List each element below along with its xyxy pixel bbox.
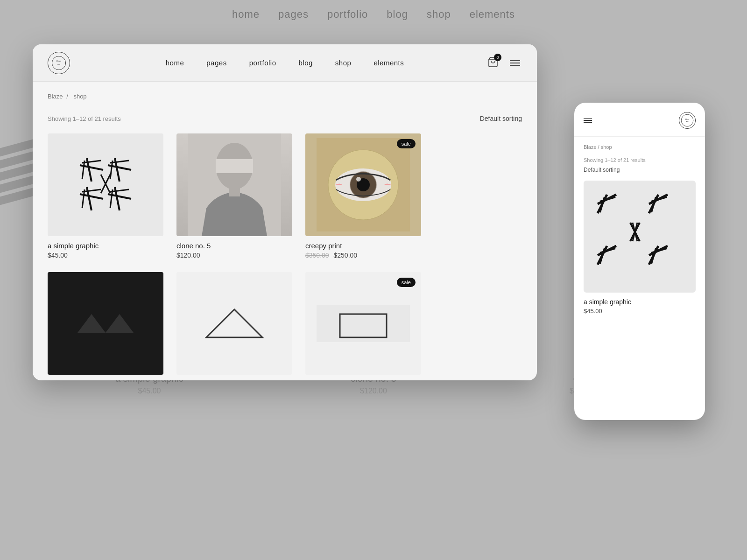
product-card-3[interactable]: sale <box>305 133 421 259</box>
svg-point-4 <box>59 63 60 64</box>
product-image-5 <box>176 272 292 375</box>
product-card-5[interactable] <box>176 272 292 375</box>
desktop-logo[interactable]: blaze <box>48 52 70 74</box>
sort-dropdown[interactable]: Default sorting <box>480 115 522 122</box>
mobile-window: blaze Blaze / shop Showing 1–12 of 21 re… <box>574 103 705 420</box>
mobile-breadcrumb-current: shop <box>601 144 612 150</box>
window-body: Blaze / shop Showing 1–12 of 21 results … <box>33 82 537 380</box>
product-title-2: clone no. 5 <box>176 242 292 250</box>
bg-nav-blog: blog <box>387 8 408 21</box>
product-sale-price-3: $250.00 <box>334 252 358 259</box>
person-image <box>176 133 292 236</box>
mobile-breadcrumb: Blaze / shop <box>584 144 696 150</box>
mobile-hamburger-button[interactable] <box>584 118 592 123</box>
product-title-1: a simple graphic <box>48 242 163 250</box>
desktop-window: blaze home pages portfolio blog shop ele… <box>33 44 537 380</box>
mobile-product-price: $45.00 <box>584 308 696 315</box>
product-price-1: $45.00 <box>48 252 163 259</box>
product-card-1[interactable]: a simple graphic $45.00 <box>48 133 163 259</box>
nav-portfolio[interactable]: portfolio <box>249 59 276 67</box>
breadcrumb-root[interactable]: Blaze <box>48 93 63 100</box>
svg-rect-40 <box>317 305 410 342</box>
product-image-6: sale <box>305 272 421 375</box>
results-count: Showing 1–12 of 21 results <box>48 115 121 122</box>
svg-point-3 <box>58 63 59 64</box>
product-price-3: $350.00 $250.00 <box>305 252 421 259</box>
product-image-2 <box>176 133 292 236</box>
nav-pages[interactable]: pages <box>206 59 226 67</box>
product-card-4[interactable] <box>48 272 163 375</box>
products-grid: a simple graphic $45.00 <box>48 133 421 375</box>
bg-nav: home pages portfolio blog shop elements <box>232 8 515 21</box>
product-image-1 <box>48 133 163 236</box>
svg-rect-27 <box>229 187 240 196</box>
window-header: blaze home pages portfolio blog shop ele… <box>33 44 537 82</box>
sale-badge-2: sale <box>397 278 416 287</box>
mobile-logo[interactable]: blaze <box>679 112 696 129</box>
svg-text:blaze: blaze <box>56 60 62 62</box>
header-right: 0 <box>487 56 522 70</box>
desktop-nav: home pages portfolio blog shop elements <box>166 59 404 67</box>
mobile-header: blaze <box>574 103 705 137</box>
svg-point-46 <box>688 121 688 122</box>
product-card-6[interactable]: sale <box>305 272 421 375</box>
svg-rect-35 <box>59 305 152 342</box>
cart-badge: 0 <box>494 54 501 61</box>
graphic-symbol-1 <box>75 154 136 216</box>
mobile-body: Blaze / shop Showing 1–12 of 21 results … <box>574 137 705 420</box>
breadcrumb: Blaze / shop <box>48 93 522 100</box>
svg-point-42 <box>681 114 693 126</box>
bg-nav-elements: elements <box>470 8 515 21</box>
svg-point-45 <box>687 121 687 122</box>
svg-point-0 <box>52 56 65 70</box>
product-image-3: sale <box>305 133 421 236</box>
breadcrumb-current: shop <box>73 93 86 100</box>
svg-point-2 <box>57 63 58 64</box>
svg-rect-26 <box>216 159 253 173</box>
nav-shop[interactable]: shop <box>335 59 352 67</box>
mobile-sort[interactable]: Default sorting <box>584 167 696 173</box>
bg-nav-pages: pages <box>278 8 309 21</box>
cart-button[interactable]: 0 <box>487 56 499 70</box>
mobile-breadcrumb-sep: / <box>598 144 599 150</box>
mobile-breadcrumb-root: Blaze <box>584 144 597 150</box>
bg-nav-portfolio: portfolio <box>327 8 368 21</box>
mobile-product-title: a simple graphic <box>584 298 696 306</box>
mobile-product-image[interactable] <box>584 181 696 293</box>
bg-nav-shop: shop <box>427 8 451 21</box>
product-image-4 <box>48 272 163 375</box>
mobile-results: Showing 1–12 of 21 results <box>584 157 696 163</box>
hamburger-button[interactable] <box>508 58 522 68</box>
nav-home[interactable]: home <box>166 59 184 67</box>
product-title-3: creepy print <box>305 242 421 250</box>
breadcrumb-separator: / <box>66 93 68 100</box>
svg-point-34 <box>356 177 361 182</box>
nav-elements[interactable]: elements <box>374 59 404 67</box>
svg-text:blaze: blaze <box>685 119 689 120</box>
product-card-2[interactable]: clone no. 5 $120.00 <box>176 133 292 259</box>
bg-nav-home: home <box>232 8 260 21</box>
product-original-price-3: $350.00 <box>305 252 329 259</box>
bg-stripes <box>0 140 37 204</box>
svg-point-44 <box>686 121 687 122</box>
shop-controls: Showing 1–12 of 21 results Default sorti… <box>48 115 522 122</box>
product-price-2: $120.00 <box>176 252 292 259</box>
sale-badge: sale <box>397 139 416 148</box>
nav-blog[interactable]: blog <box>299 59 313 67</box>
